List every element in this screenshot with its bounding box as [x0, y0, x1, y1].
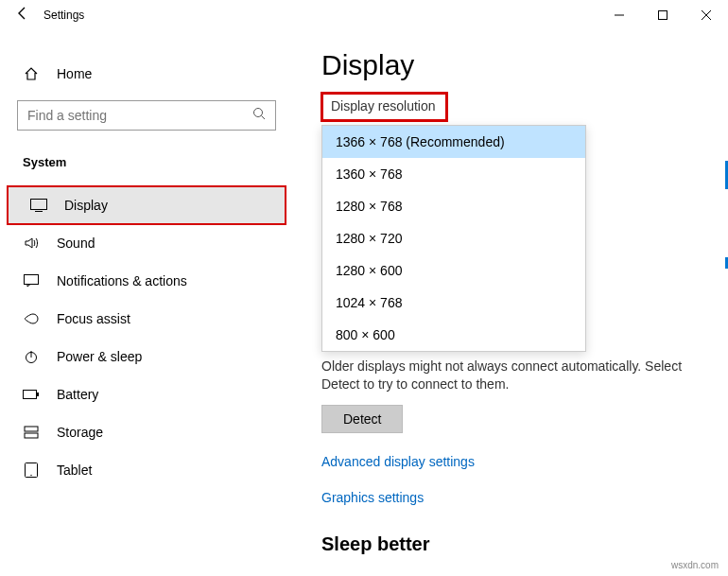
- svg-line-5: [262, 116, 266, 120]
- home-link[interactable]: Home: [0, 59, 293, 95]
- storage-icon: [23, 425, 40, 440]
- sidebar-item-label: Notifications & actions: [57, 273, 187, 288]
- sidebar-item-label: Power & sleep: [57, 349, 142, 364]
- sidebar-item-label: Battery: [57, 387, 98, 402]
- svg-rect-6: [31, 200, 47, 210]
- sidebar-item-battery[interactable]: Battery: [0, 375, 293, 413]
- sidebar-item-storage[interactable]: Storage: [0, 413, 293, 451]
- sidebar-item-tablet[interactable]: Tablet: [0, 451, 293, 489]
- search-input[interactable]: [27, 108, 252, 123]
- home-label: Home: [57, 66, 92, 81]
- resolution-option[interactable]: 1024 × 768: [322, 287, 585, 319]
- sidebar-item-label: Display: [64, 198, 108, 213]
- svg-rect-8: [25, 275, 39, 285]
- sidebar-item-notifications[interactable]: Notifications & actions: [0, 262, 293, 300]
- back-button[interactable]: [15, 6, 30, 25]
- home-icon: [23, 66, 40, 81]
- sidebar: Home System Display Sound Notifications …: [0, 30, 293, 576]
- notifications-icon: [23, 274, 40, 288]
- detect-button[interactable]: Detect: [321, 405, 403, 433]
- detect-description: Older displays might not always connect …: [321, 358, 709, 393]
- maximize-button[interactable]: [641, 0, 685, 30]
- resolution-option[interactable]: 800 × 600: [322, 319, 585, 351]
- resolution-option[interactable]: 1366 × 768 (Recommended): [322, 126, 585, 158]
- window-title: Settings: [43, 9, 84, 22]
- sidebar-item-label: Sound: [57, 236, 95, 251]
- resolution-option[interactable]: 1280 × 720: [322, 222, 585, 254]
- main-panel: Display Display resolution 1366 × 768 (R…: [293, 30, 728, 576]
- focus-assist-icon: [23, 311, 40, 326]
- svg-point-16: [30, 475, 31, 476]
- svg-rect-11: [24, 391, 37, 399]
- battery-icon: [23, 389, 40, 400]
- resolution-option[interactable]: 1280 × 768: [322, 190, 585, 222]
- search-box[interactable]: [17, 100, 276, 131]
- graphics-settings-link[interactable]: Graphics settings: [321, 490, 709, 505]
- svg-point-4: [254, 109, 263, 117]
- resolution-dropdown[interactable]: 1366 × 768 (Recommended) 1360 × 768 1280…: [321, 125, 586, 352]
- close-button[interactable]: [685, 0, 728, 30]
- power-icon: [23, 349, 40, 364]
- sidebar-item-sound[interactable]: Sound: [0, 224, 293, 262]
- search-icon: [252, 107, 266, 124]
- page-title: Display: [321, 49, 709, 81]
- advanced-display-link[interactable]: Advanced display settings: [321, 454, 709, 469]
- sidebar-item-display[interactable]: Display: [8, 186, 286, 224]
- svg-rect-12: [37, 393, 39, 396]
- sound-icon: [23, 236, 40, 251]
- resolution-label: Display resolution: [327, 96, 440, 115]
- tablet-icon: [23, 463, 40, 478]
- group-system: System: [0, 148, 293, 186]
- svg-rect-1: [659, 11, 667, 20]
- resolution-option[interactable]: 1280 × 600: [322, 254, 585, 287]
- svg-rect-13: [25, 427, 38, 431]
- minimize-button[interactable]: [598, 0, 641, 30]
- sidebar-item-focus-assist[interactable]: Focus assist: [0, 300, 293, 338]
- sidebar-item-label: Tablet: [57, 463, 92, 478]
- sidebar-item-label: Focus assist: [57, 311, 130, 326]
- watermark: wsxdn.com: [671, 560, 719, 570]
- sidebar-item-power-sleep[interactable]: Power & sleep: [0, 338, 293, 375]
- resolution-option[interactable]: 1360 × 768: [322, 158, 585, 190]
- svg-rect-14: [25, 433, 38, 438]
- sleep-better-heading: Sleep better: [321, 533, 709, 555]
- sidebar-item-label: Storage: [57, 425, 103, 440]
- display-icon: [30, 199, 47, 212]
